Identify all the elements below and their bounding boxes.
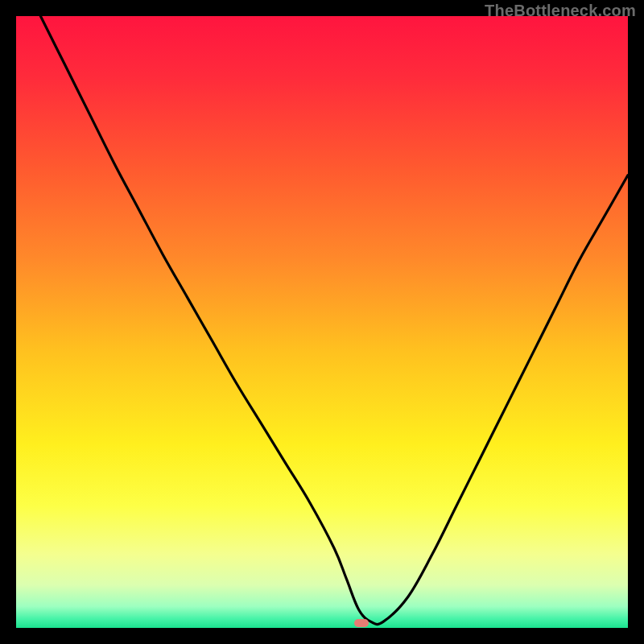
bottleneck-curve [16,16,628,628]
chart-frame: TheBottleneck.com [0,0,644,644]
watermark-text: TheBottleneck.com [485,2,636,20]
plot-area [16,16,628,628]
optimal-point-marker [354,619,369,627]
